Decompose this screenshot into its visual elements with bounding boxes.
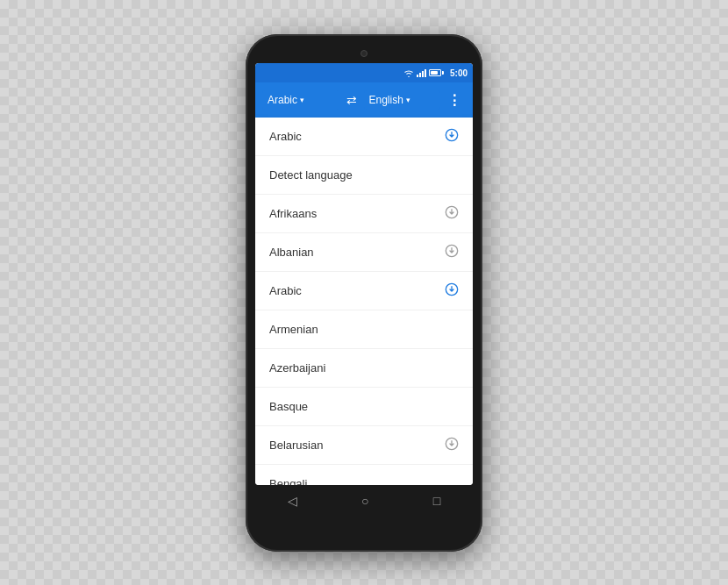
language-list-item[interactable]: Armenian <box>255 310 473 349</box>
target-lang-label: English <box>369 94 403 106</box>
signal-icon <box>417 68 426 77</box>
app-bar: Arabic ▾ ⇄ English ▾ ⋮ <box>255 82 473 118</box>
camera <box>360 50 368 57</box>
phone-bottom <box>254 517 474 540</box>
recent-button[interactable]: □ <box>433 494 440 508</box>
phone-screen: 5:00 Arabic ▾ ⇄ English ▾ ⋮ Arabic Detec… <box>255 63 473 485</box>
language-item-label: Detect language <box>269 168 353 182</box>
bottom-nav: ◁ ○ □ <box>255 485 473 517</box>
language-list-item[interactable]: Bengali <box>255 465 473 485</box>
language-item-label: Afrikaans <box>269 207 317 220</box>
download-icon[interactable] <box>445 437 459 453</box>
phone-top-bar <box>254 45 474 64</box>
language-list-item[interactable]: Azerbaijani <box>255 349 473 388</box>
download-icon[interactable] <box>445 128 459 145</box>
language-item-label: Belarusian <box>269 439 323 452</box>
battery-icon <box>429 69 444 76</box>
source-lang-arrow: ▾ <box>300 96 304 104</box>
back-button[interactable]: ◁ <box>288 494 297 508</box>
language-item-label: Basque <box>269 400 308 413</box>
status-bar: 5:00 <box>255 63 473 82</box>
language-item-label: Arabic <box>269 130 302 143</box>
phone-device: 5:00 Arabic ▾ ⇄ English ▾ ⋮ Arabic Detec… <box>246 34 482 552</box>
language-list-item[interactable]: Detect language <box>255 156 473 195</box>
download-icon[interactable] <box>445 244 459 260</box>
wifi-icon <box>403 68 414 77</box>
more-button[interactable]: ⋮ <box>444 89 466 112</box>
target-lang-selector[interactable]: English ▾ <box>364 90 441 110</box>
source-lang-selector[interactable]: Arabic ▾ <box>262 90 339 110</box>
language-list-item[interactable]: Afrikaans <box>255 195 473 233</box>
status-time: 5:00 <box>450 68 467 78</box>
language-list-item[interactable]: Albanian <box>255 233 473 272</box>
target-lang-arrow: ▾ <box>406 96 410 104</box>
language-list-item[interactable]: Arabic <box>255 118 473 156</box>
language-item-label: Azerbaijani <box>269 361 325 375</box>
home-button[interactable]: ○ <box>361 494 368 508</box>
download-icon[interactable] <box>445 282 459 299</box>
language-list-item[interactable]: Basque <box>255 388 473 426</box>
language-dropdown-list: Arabic Detect languageAfrikaans Albanian… <box>255 118 473 485</box>
language-list-item[interactable]: Arabic <box>255 272 473 310</box>
language-item-label: Armenian <box>269 323 318 336</box>
language-item-label: Albanian <box>269 246 314 259</box>
download-icon[interactable] <box>445 205 459 222</box>
swap-button[interactable]: ⇄ <box>343 89 360 111</box>
language-item-label: Bengali <box>269 477 307 485</box>
source-lang-label: Arabic <box>268 94 297 106</box>
status-icons: 5:00 <box>403 68 467 78</box>
language-list-item[interactable]: Belarusian <box>255 426 473 465</box>
language-item-label: Arabic <box>269 284 302 297</box>
